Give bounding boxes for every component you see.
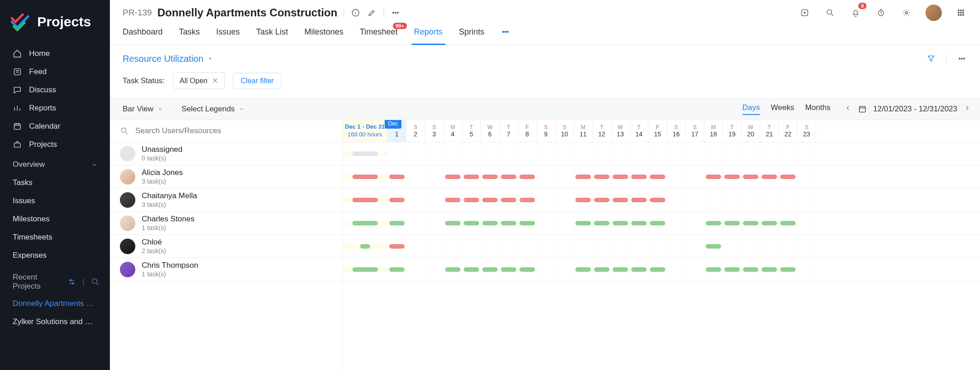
settings-icon[interactable] xyxy=(67,277,76,286)
workload-bar xyxy=(464,175,479,179)
app-logo[interactable]: Projects xyxy=(0,0,110,45)
breadcrumb: PR-139 Donnelly Apartments Construction … xyxy=(123,6,401,19)
workload-bar xyxy=(594,175,609,179)
user-avatar[interactable] xyxy=(926,5,942,21)
status-chip[interactable]: All Open ✕ xyxy=(173,72,225,89)
search-icon[interactable] xyxy=(120,126,129,135)
granularity-toggle: Days Weeks Months xyxy=(742,103,831,115)
recent-project-item[interactable]: Donnelly Apartments Construction xyxy=(0,295,110,313)
day-number: 15 xyxy=(654,130,661,138)
day-slot xyxy=(593,189,611,211)
day-of-week: T xyxy=(637,124,640,130)
svg-point-15 xyxy=(960,10,962,11)
legends-dropdown[interactable]: Select Legends xyxy=(182,105,245,114)
month-chip: Dec xyxy=(385,120,401,129)
more-icon[interactable] xyxy=(956,53,967,64)
workload-bar xyxy=(631,198,647,202)
nav-reports[interactable]: Reports xyxy=(0,99,110,117)
recent-label: Recent Projects xyxy=(13,273,67,291)
resource-row[interactable]: Chris Thompson 1 task(s) xyxy=(110,258,342,281)
day-slot xyxy=(555,189,574,211)
tab-dashboard[interactable]: Dashboard xyxy=(123,27,163,45)
timer-icon[interactable] xyxy=(875,6,887,19)
day-slot xyxy=(388,142,406,165)
tab-timesheet[interactable]: Timesheet 99+ xyxy=(360,27,397,45)
nav-discuss[interactable]: Discuss xyxy=(0,81,110,99)
summary-cell xyxy=(342,244,388,249)
resource-row[interactable]: Unassigned 0 task(s) xyxy=(110,142,342,165)
tab-tasklist[interactable]: Task List xyxy=(256,27,288,45)
nav-calendar[interactable]: Calendar xyxy=(0,117,110,135)
day-number: 21 xyxy=(766,130,773,138)
workload-bar xyxy=(594,221,609,225)
resource-row[interactable]: Alicia Jones 3 task(s) xyxy=(110,165,342,189)
resource-row[interactable]: Chloé 2 task(s) xyxy=(110,235,342,258)
tab-issues[interactable]: Issues xyxy=(216,27,240,45)
apps-icon[interactable] xyxy=(955,6,967,19)
workload-bar xyxy=(706,175,721,179)
tab-reports[interactable]: Reports xyxy=(414,27,443,45)
info-icon[interactable] xyxy=(350,7,361,18)
report-type-dropdown[interactable]: Resource Utilization xyxy=(123,54,213,64)
day-slot xyxy=(481,142,500,165)
avatar xyxy=(120,192,135,208)
search-input[interactable] xyxy=(135,126,332,135)
tab-tasks[interactable]: Tasks xyxy=(179,27,200,45)
subnav-tasks[interactable]: Tasks xyxy=(0,174,110,192)
calendar-icon[interactable] xyxy=(858,105,867,114)
svg-point-30 xyxy=(121,128,126,132)
day-slot xyxy=(518,212,537,235)
chip-remove-icon[interactable]: ✕ xyxy=(212,76,218,85)
resource-row[interactable]: Charles Stones 1 task(s) xyxy=(110,212,342,235)
recent-project-item[interactable]: Zylker Solutions and Construction xyxy=(0,313,110,331)
day-slot xyxy=(667,258,686,281)
nav-home[interactable]: Home xyxy=(0,45,110,63)
tab-milestones[interactable]: Milestones xyxy=(304,27,343,45)
day-slot xyxy=(388,235,406,258)
nav-projects[interactable]: Projects xyxy=(0,135,110,154)
search-icon[interactable] xyxy=(91,277,100,286)
subnav-timesheets[interactable]: Timesheets xyxy=(0,228,110,246)
day-slot xyxy=(648,165,667,188)
day-slot xyxy=(462,235,481,258)
granularity-months[interactable]: Months xyxy=(805,103,831,115)
day-slot xyxy=(537,212,555,235)
gear-icon[interactable] xyxy=(900,6,913,19)
tab-sprints[interactable]: Sprints xyxy=(459,27,485,45)
nav-overview[interactable]: Overview xyxy=(0,154,110,174)
prev-range-icon[interactable] xyxy=(844,105,851,114)
granularity-weeks[interactable]: Weeks xyxy=(771,103,794,115)
view-mode-dropdown[interactable]: Bar View xyxy=(123,105,163,114)
day-number: 3 xyxy=(432,130,436,138)
notifications-icon[interactable]: 9 xyxy=(849,6,862,19)
filter-icon[interactable] xyxy=(926,53,936,64)
subnav-expenses[interactable]: Expenses xyxy=(0,246,110,265)
separator: | xyxy=(343,9,345,17)
svg-point-14 xyxy=(958,10,960,11)
more-icon[interactable] xyxy=(390,7,401,18)
date-range-text[interactable]: 12/01/2023 - 12/31/2023 xyxy=(873,105,957,114)
edit-icon[interactable] xyxy=(366,7,377,18)
subnav-issues[interactable]: Issues xyxy=(0,192,110,210)
next-range-icon[interactable] xyxy=(964,105,971,114)
summary-cell xyxy=(342,175,388,179)
nav-feed[interactable]: Feed xyxy=(0,63,110,81)
resource-row[interactable]: Chaitanya Mella 3 task(s) xyxy=(110,189,342,212)
day-number: 23 xyxy=(803,130,810,138)
day-slot xyxy=(779,142,797,165)
add-icon[interactable] xyxy=(798,6,811,19)
day-slot xyxy=(388,165,406,188)
day-slot xyxy=(537,235,555,258)
clear-filter-button[interactable]: Clear filter xyxy=(233,73,282,89)
day-header: T12 xyxy=(593,120,611,142)
granularity-days[interactable]: Days xyxy=(742,103,760,115)
subnav-milestones[interactable]: Milestones xyxy=(0,210,110,228)
project-tabs: Dashboard Tasks Issues Task List Milesto… xyxy=(110,21,980,45)
search-icon[interactable] xyxy=(824,6,836,19)
day-slot xyxy=(723,189,742,211)
day-slot xyxy=(779,189,797,211)
tabs-more-icon[interactable] xyxy=(501,27,510,45)
resource-name: Chaitanya Mella xyxy=(142,191,197,200)
day-slot xyxy=(555,165,574,188)
workload-bar xyxy=(762,221,777,225)
